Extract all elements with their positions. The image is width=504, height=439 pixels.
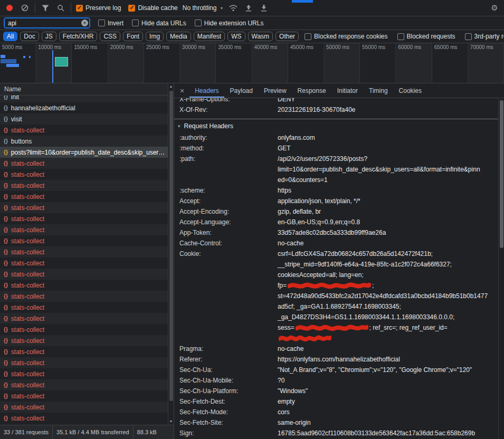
header-value-line: sess=; ref_src=; reg_ref_user_id= bbox=[278, 322, 495, 343]
request-row[interactable]: {}posts?limit=10&order=publish_date_desc… bbox=[0, 147, 168, 158]
filter-pill-wasm[interactable]: Wasm bbox=[248, 32, 273, 41]
fetch-braces-icon: {} bbox=[4, 282, 8, 288]
request-row[interactable]: {}stats-collect bbox=[0, 213, 168, 224]
requests-scrollbar-thumb[interactable] bbox=[169, 91, 173, 401]
details-scrollbar-thumb[interactable] bbox=[500, 100, 503, 248]
request-row[interactable]: {}stats-collect bbox=[0, 246, 168, 257]
request-row[interactable]: {}stats-collect bbox=[0, 191, 168, 202]
checkbox-blocked-response-cookies[interactable]: Blocked response cookies bbox=[305, 33, 387, 40]
checkbox-box-disable-cache[interactable] bbox=[128, 5, 135, 12]
settings-button[interactable]: ⚙ bbox=[489, 3, 500, 13]
header-row: Cache-Control:no-cache bbox=[174, 238, 498, 249]
tab-initiator[interactable]: Initiator bbox=[332, 83, 363, 98]
filter-pill-js[interactable]: JS bbox=[42, 32, 56, 41]
export-har-button[interactable] bbox=[259, 3, 269, 13]
filter-input[interactable] bbox=[4, 18, 90, 28]
request-row[interactable]: {}stats-collect bbox=[0, 368, 168, 379]
request-row[interactable]: {}stats-collect bbox=[0, 302, 168, 313]
checkbox-disable-cache[interactable]: Disable cache bbox=[128, 4, 177, 12]
scroll-down-icon[interactable]: ▼ bbox=[168, 418, 174, 425]
request-row[interactable]: {}stats-collect bbox=[0, 158, 168, 169]
timeline-column: 25000 ms bbox=[144, 43, 180, 83]
filter-pill-ws[interactable]: WS bbox=[227, 32, 245, 41]
request-row[interactable]: {}stats-collect bbox=[0, 180, 168, 191]
filter-pill-all[interactable]: All bbox=[3, 32, 17, 41]
requests-scrollbar[interactable]: ▲ ▼ bbox=[168, 83, 174, 425]
header-value-line: ad5cf; _ga=GA1.1.689275447.1698003345; bbox=[278, 301, 495, 312]
checkbox-blocked-requests[interactable]: Blocked requests bbox=[397, 33, 455, 40]
request-row[interactable]: {}stats-collect bbox=[0, 346, 168, 357]
header-value: DENY bbox=[278, 98, 498, 104]
search-button[interactable] bbox=[55, 3, 66, 13]
record-button[interactable] bbox=[4, 3, 15, 13]
request-row[interactable]: {}stats-collect bbox=[0, 280, 168, 291]
request-row[interactable]: {}stats-collect bbox=[0, 269, 168, 280]
clear-button[interactable] bbox=[20, 3, 30, 13]
close-icon[interactable]: × bbox=[175, 87, 189, 95]
filter-pill-other[interactable]: Other bbox=[275, 32, 299, 41]
request-row[interactable]: {}stats-collect bbox=[0, 291, 168, 302]
request-headers-section-header[interactable]: ▾ Request Headers bbox=[174, 119, 498, 132]
request-row[interactable]: {}stats-collect bbox=[0, 224, 168, 235]
filter-pill-media[interactable]: Media bbox=[166, 32, 191, 41]
request-row[interactable]: {}stats-collect bbox=[0, 313, 168, 324]
request-row[interactable]: {}stats-collect bbox=[0, 169, 168, 180]
checkbox-box-blocked-requests[interactable] bbox=[397, 33, 404, 40]
request-row[interactable]: {}stats-collect bbox=[0, 390, 168, 402]
request-row[interactable]: {}stats-collect bbox=[0, 257, 168, 269]
header-value-text: ; bbox=[372, 282, 374, 289]
name-column-header[interactable]: Name bbox=[0, 83, 174, 96]
throttling-select[interactable]: No throttling ▼ bbox=[183, 4, 224, 12]
scroll-up-icon[interactable]: ▲ bbox=[168, 83, 174, 90]
request-row[interactable]: {}stats-collect bbox=[0, 335, 168, 346]
tab-timing[interactable]: Timing bbox=[364, 83, 393, 98]
checkbox-box-hide-extension-urls[interactable] bbox=[195, 20, 202, 26]
header-name: Sec-Ch-Ua-Mobile: bbox=[174, 375, 278, 386]
checkbox-3rd-party-requests[interactable]: 3rd-party requests bbox=[465, 33, 504, 40]
request-row[interactable]: {}stats-collect bbox=[0, 324, 168, 335]
import-har-button[interactable] bbox=[243, 3, 254, 13]
checkbox-box-hide-data-urls[interactable] bbox=[132, 20, 139, 26]
checkbox-hide-data-urls[interactable]: Hide data URLs bbox=[132, 20, 186, 27]
request-row[interactable]: {}stats-collect bbox=[0, 235, 168, 246]
network-conditions-button[interactable] bbox=[228, 3, 239, 13]
header-value-text: _ga_D4827DS3H4=GS1.1.1698003344.1.1.1698… bbox=[278, 313, 454, 321]
request-row[interactable]: {}stats-collect bbox=[0, 402, 168, 413]
tab-cookies[interactable]: Cookies bbox=[394, 83, 427, 98]
request-row[interactable]: {}hannahelizabethofficial bbox=[0, 102, 168, 113]
filter-pill-fetch-xhr[interactable]: Fetch/XHR bbox=[59, 32, 98, 41]
checkbox-box-3rd-party-requests[interactable] bbox=[465, 33, 472, 40]
request-name: stats-collect bbox=[11, 226, 44, 234]
request-name: stats-collect bbox=[11, 215, 44, 223]
tab-response[interactable]: Response bbox=[292, 83, 331, 98]
checkbox-box-preserve-log[interactable] bbox=[76, 5, 83, 12]
checkbox-preserve-log[interactable]: Preserve log bbox=[76, 4, 121, 12]
request-row[interactable]: {}stats-collect bbox=[0, 379, 168, 390]
tab-preview[interactable]: Preview bbox=[259, 83, 292, 98]
header-value: ?0 bbox=[278, 375, 498, 386]
fetch-braces-icon: {} bbox=[4, 194, 8, 199]
request-row[interactable]: {}buttons bbox=[0, 136, 168, 147]
timeline-overview[interactable]: 5000 ms10000 ms15000 ms20000 ms25000 ms3… bbox=[0, 43, 504, 83]
filter-pill-img[interactable]: Img bbox=[146, 32, 164, 41]
tab-payload[interactable]: Payload bbox=[225, 83, 258, 98]
request-row[interactable]: {}visit bbox=[0, 113, 168, 125]
checkbox-box-invert[interactable] bbox=[98, 20, 105, 26]
checkbox-box-blocked-response-cookies[interactable] bbox=[305, 33, 311, 40]
details-scrollbar[interactable] bbox=[498, 98, 504, 439]
checkbox-invert[interactable]: Invert bbox=[98, 20, 123, 27]
header-value: cors bbox=[278, 407, 498, 417]
request-row[interactable]: {}stats-collect bbox=[0, 413, 168, 424]
filter-pill-manifest[interactable]: Manifest bbox=[194, 32, 225, 41]
request-row[interactable]: {}stats-collect bbox=[0, 125, 168, 136]
request-row[interactable]: {}init bbox=[0, 96, 168, 102]
filter-pill-doc[interactable]: Doc bbox=[20, 32, 39, 41]
filter-toggle-button[interactable] bbox=[40, 3, 51, 13]
filter-pill-font[interactable]: Font bbox=[123, 32, 143, 41]
filter-pill-css[interactable]: CSS bbox=[100, 32, 120, 41]
request-row[interactable]: {}stats-collect bbox=[0, 357, 168, 368]
request-row[interactable]: {}stats-collect bbox=[0, 202, 168, 213]
tab-headers[interactable]: Headers bbox=[189, 83, 224, 98]
clear-filter-icon[interactable]: × bbox=[81, 20, 88, 26]
checkbox-hide-extension-urls[interactable]: Hide extension URLs bbox=[195, 20, 264, 27]
